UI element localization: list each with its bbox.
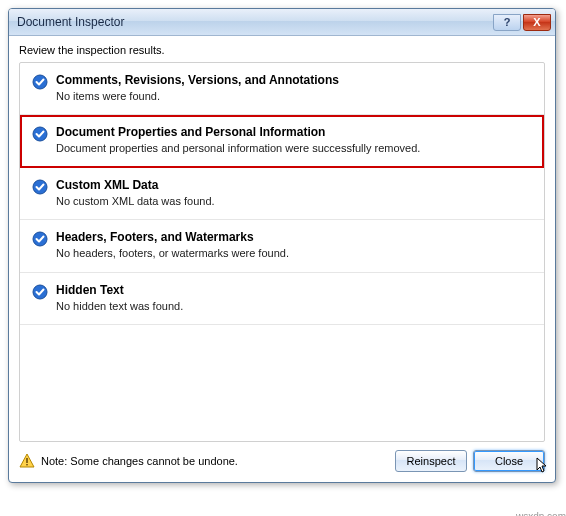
section-title: Custom XML Data <box>56 178 532 192</box>
instruction-text: Review the inspection results. <box>19 44 545 56</box>
svg-rect-6 <box>26 464 27 465</box>
close-button[interactable]: Close <box>473 450 545 472</box>
section-title: Headers, Footers, and Watermarks <box>56 230 532 244</box>
result-section: Comments, Revisions, Versions, and Annot… <box>20 63 544 115</box>
watermark-text: wsxdn.com <box>516 511 566 516</box>
result-section: Document Properties and Personal Informa… <box>20 115 544 167</box>
window-close-button[interactable]: X <box>523 14 551 31</box>
button-label: Close <box>495 455 523 467</box>
checkmark-icon <box>32 284 48 300</box>
button-row: Reinspect Close <box>395 450 545 472</box>
section-title: Hidden Text <box>56 283 532 297</box>
window-title: Document Inspector <box>17 15 491 29</box>
section-description: No hidden text was found. <box>56 299 532 314</box>
help-icon: ? <box>504 16 511 28</box>
section-description: No headers, footers, or watermarks were … <box>56 246 532 261</box>
help-button[interactable]: ? <box>493 14 521 31</box>
warning-icon <box>19 453 35 469</box>
dialog-window: Document Inspector ? X Review the inspec… <box>8 8 556 483</box>
section-description: Document properties and personal informa… <box>56 141 532 156</box>
checkmark-icon <box>32 231 48 247</box>
result-section: Headers, Footers, and Watermarks No head… <box>20 220 544 272</box>
checkmark-icon <box>32 126 48 142</box>
client-area: Review the inspection results. Comments,… <box>9 36 555 482</box>
close-icon: X <box>533 16 540 28</box>
result-section: Custom XML Data No custom XML data was f… <box>20 168 544 220</box>
section-title: Document Properties and Personal Informa… <box>56 125 532 139</box>
svg-rect-5 <box>26 458 27 463</box>
titlebar: Document Inspector ? X <box>9 9 555 36</box>
result-section: Hidden Text No hidden text was found. <box>20 273 544 325</box>
section-description: No custom XML data was found. <box>56 194 532 209</box>
reinspect-button[interactable]: Reinspect <box>395 450 467 472</box>
footer-note: Note: Some changes cannot be undone. <box>41 455 395 467</box>
cursor-icon <box>536 457 550 475</box>
section-title: Comments, Revisions, Versions, and Annot… <box>56 73 532 87</box>
checkmark-icon <box>32 179 48 195</box>
results-panel: Comments, Revisions, Versions, and Annot… <box>19 62 545 442</box>
button-label: Reinspect <box>407 455 456 467</box>
checkmark-icon <box>32 74 48 90</box>
footer: Note: Some changes cannot be undone. Rei… <box>19 450 545 472</box>
section-description: No items were found. <box>56 89 532 104</box>
